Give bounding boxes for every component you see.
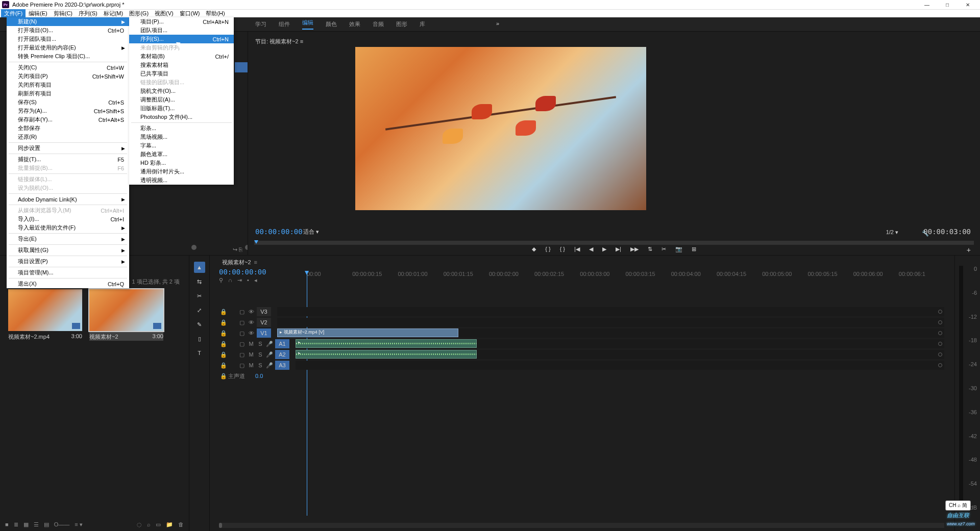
menu-序列(S)[interactable]: 序列(S) xyxy=(76,9,101,18)
tool-button[interactable]: ✎ xyxy=(194,319,205,330)
submenu-item[interactable]: 素材箱(B)Ctrl+/ xyxy=(129,52,234,61)
menu-剪辑(C)[interactable]: 剪辑(C) xyxy=(51,9,76,18)
menu-item[interactable]: 导入最近使用的文件(F)▶ xyxy=(7,223,129,232)
menu-item[interactable]: 获取属性(G)▶ xyxy=(7,246,129,255)
workspace-tab[interactable]: 图形 xyxy=(396,20,407,28)
submenu-item[interactable]: 搜索素材箱 xyxy=(129,61,234,69)
workspace-tab[interactable]: 音频 xyxy=(373,20,384,28)
menu-item[interactable]: 保存(S)Ctrl+S xyxy=(7,98,129,107)
program-viewport[interactable] xyxy=(355,47,646,210)
transport-button[interactable]: ▶▶ xyxy=(630,246,639,255)
workspace-tab[interactable]: 效果 xyxy=(349,20,360,28)
menu-item[interactable]: 还原(R) xyxy=(7,133,129,141)
menu-item[interactable]: 转换 Premiere Clip 项目(C)... xyxy=(7,52,129,61)
track-label[interactable]: V1 xyxy=(257,328,271,338)
track-toggle[interactable]: 🎤 xyxy=(265,362,274,369)
submenu-item[interactable]: 透明视频... xyxy=(129,176,234,185)
workspace-tab[interactable]: 颜色 xyxy=(326,20,337,28)
menu-item[interactable]: 打开团队项目... xyxy=(7,35,129,43)
track-toggle[interactable]: ▢ xyxy=(237,351,247,358)
tool-button[interactable]: ✂ xyxy=(194,290,205,301)
track-toggle[interactable]: S xyxy=(256,362,265,368)
track-label[interactable]: A3 xyxy=(275,361,289,370)
submenu-item[interactable]: 旧版标题(T)... xyxy=(129,104,234,113)
timeline-scrollbar[interactable] xyxy=(219,523,944,528)
timeline-tool-icon[interactable]: ∩ xyxy=(228,277,232,284)
menu-item[interactable]: 打开最近使用的内容(E)▶ xyxy=(7,43,129,52)
transport-button[interactable]: 📷 xyxy=(675,246,682,255)
menu-窗口(W)[interactable]: 窗口(W) xyxy=(177,9,203,18)
workspace-more-icon[interactable]: » xyxy=(496,20,499,27)
menu-item[interactable]: 捕捉(T)...F5 xyxy=(7,155,129,164)
submenu-item[interactable]: 颜色遮罩... xyxy=(129,150,234,159)
track-toggle[interactable]: ▢ xyxy=(237,341,247,347)
track-toggle[interactable]: M xyxy=(247,341,256,347)
lock-icon[interactable]: 🔒 xyxy=(219,373,228,380)
add-button[interactable]: + xyxy=(967,246,971,254)
playhead-icon[interactable] xyxy=(254,240,258,244)
track-label[interactable]: V3 xyxy=(257,307,271,316)
track-label[interactable]: V2 xyxy=(257,318,271,327)
timeline-clip[interactable]: ▸ xyxy=(296,350,477,359)
transport-button[interactable]: ⊞ xyxy=(692,246,696,255)
menu-item[interactable]: 新建(N)▶ xyxy=(7,17,129,26)
project-clip[interactable]: 视频素材~23:00 xyxy=(89,289,163,341)
menu-item[interactable]: 另存为(A)...Ctrl+Shift+S xyxy=(7,107,129,115)
track-toggle[interactable]: 🎤 xyxy=(265,351,274,358)
track-lane[interactable] xyxy=(277,318,944,327)
menu-视图(V)[interactable]: 视图(V) xyxy=(152,9,177,18)
project-action-button[interactable]: ◌ xyxy=(137,521,142,528)
transport-button[interactable]: ⇅ xyxy=(648,246,652,255)
menu-标记(M)[interactable]: 标记(M) xyxy=(101,9,127,18)
track-toggle[interactable]: ▢ xyxy=(237,309,247,315)
menu-item[interactable]: 打开项目(O)...Ctrl+O xyxy=(7,26,129,35)
menu-item[interactable]: 退出(X)Ctrl+Q xyxy=(7,280,129,288)
sequence-tab[interactable]: 视频素材~2 xyxy=(222,259,251,265)
menu-编辑(E)[interactable]: 编辑(E) xyxy=(26,9,51,18)
workspace-tab[interactable]: 编辑 xyxy=(302,19,313,30)
workspace-tab[interactable]: 库 xyxy=(420,20,425,28)
track-toggle[interactable]: 👁 xyxy=(247,330,256,336)
menu-帮助(H)[interactable]: 帮助(H) xyxy=(203,9,228,18)
track-toggle[interactable]: S xyxy=(256,351,265,358)
track-toggle[interactable]: 🔒 xyxy=(219,341,228,347)
project-view-button[interactable]: ☰ xyxy=(34,521,39,527)
project-action-button[interactable]: 🗑 xyxy=(178,521,184,528)
maximize-button[interactable]: □ xyxy=(937,2,958,8)
track-toggle[interactable]: 🎤 xyxy=(265,341,274,347)
project-action-button[interactable]: ⌕ xyxy=(147,521,151,528)
track-label[interactable]: A1 xyxy=(275,339,289,348)
track-toggle[interactable]: S xyxy=(256,341,265,347)
workspace-tab[interactable]: 学习 xyxy=(255,20,266,28)
keyframe-toggle[interactable] xyxy=(938,363,942,367)
tool-button[interactable]: ▯ xyxy=(194,333,205,344)
timeline-tool-icon[interactable]: ◂ xyxy=(254,277,257,284)
submenu-item[interactable]: 字幕... xyxy=(129,141,234,150)
workspace-tab[interactable]: 组件 xyxy=(279,20,290,28)
timeline-clip[interactable]: ▸ 视频素材~2.mp4 [V] xyxy=(277,328,458,337)
track-lane[interactable]: ▸ 视频素材~2.mp4 [V] xyxy=(277,328,944,338)
menu-item[interactable]: 导出(E)▶ xyxy=(7,235,129,243)
sequence-menu-icon[interactable]: ≡ xyxy=(254,259,257,265)
timeline-tool-icon[interactable]: • xyxy=(247,277,249,284)
tool-button[interactable]: T xyxy=(194,347,205,359)
keyframe-toggle[interactable] xyxy=(938,310,942,314)
minimize-button[interactable]: — xyxy=(917,2,937,8)
tool-button[interactable]: ⇆ xyxy=(194,276,205,287)
project-view-button[interactable]: ▦ xyxy=(23,521,29,527)
project-action-button[interactable]: 📁 xyxy=(166,521,173,528)
menu-item[interactable]: 保存副本(Y)...Ctrl+Alt+S xyxy=(7,115,129,124)
project-view-button[interactable]: O—— xyxy=(54,521,70,527)
track-toggle[interactable]: 🔒 xyxy=(219,351,228,358)
ime-badge[interactable]: CH ⌕ 简 xyxy=(945,500,971,511)
track-toggle[interactable]: 👁 xyxy=(247,319,256,325)
track-toggle[interactable]: 🔒 xyxy=(219,309,228,315)
submenu-item[interactable]: 脱机文件(O)... xyxy=(129,87,234,95)
track-label[interactable]: A2 xyxy=(275,350,289,359)
submenu-item[interactable]: HD 彩条... xyxy=(129,159,234,167)
transport-button[interactable]: |◀ xyxy=(574,246,580,255)
keyframe-toggle[interactable] xyxy=(938,331,942,335)
menu-item[interactable]: 关闭所有项目 xyxy=(7,81,129,89)
track-lane[interactable]: ▸ xyxy=(296,339,944,348)
scrollbar-handle[interactable] xyxy=(191,245,197,250)
